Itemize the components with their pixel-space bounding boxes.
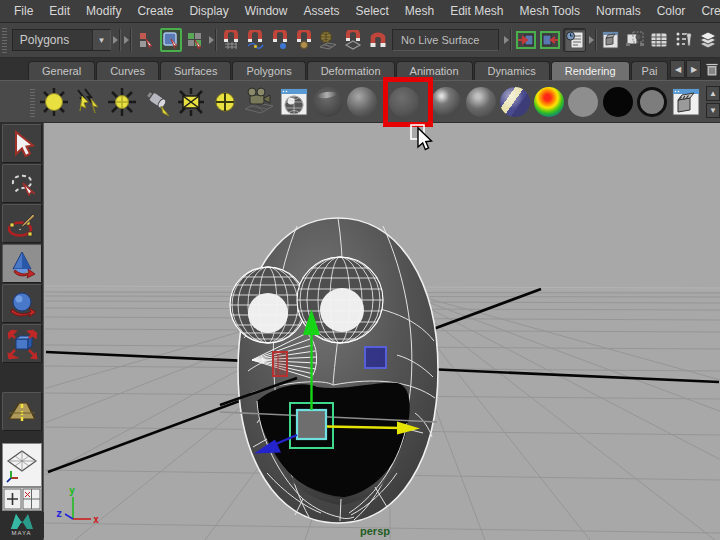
menu-normals[interactable]: Normals [588,4,649,18]
snap-to-projected-center-button[interactable] [293,28,315,52]
shelf-tab-paint[interactable]: Pai [631,61,669,80]
display-layers-button[interactable] [697,28,719,52]
status-separator[interactable] [503,27,513,53]
shelf-grip[interactable] [30,87,35,117]
left-eye[interactable] [230,267,306,343]
world-axis-indicator: y x z [56,485,99,525]
chevron-down-icon[interactable]: ▼ [92,30,110,50]
hypershade-window-icon [278,86,310,118]
anisotropic-material-button[interactable] [311,84,345,119]
surface-shader-button[interactable] [566,84,600,119]
menu-create-uvs[interactable]: Create UVs [693,4,720,18]
shelf-scroll-down-button[interactable]: ▼ [706,103,720,118]
magnet-curve-icon [245,30,265,50]
phong-material-button[interactable] [429,84,463,119]
four-view-layout-button[interactable] [2,487,42,511]
input-connections-button[interactable] [515,28,537,52]
rotate-tool-icon [7,289,37,319]
shelf-tab-general[interactable]: General [28,61,95,80]
output-connections-button[interactable] [539,28,561,52]
shelf-rendering: ▲ ▼ [0,80,720,123]
shelf-tab-polygons[interactable]: Polygons [232,61,305,80]
motion-path-road-icon [7,397,37,427]
select-by-object-button[interactable] [160,28,182,52]
menu-color[interactable]: Color [649,4,694,18]
menu-assets[interactable]: Assets [295,4,347,18]
ramp-shader-sphere-icon [534,87,564,117]
rotate-tool-button[interactable] [2,284,42,323]
snap-to-grid-button[interactable] [220,28,242,52]
spreadsheet-button[interactable] [648,28,670,52]
status-grip[interactable] [2,27,7,53]
menu-select[interactable]: Select [347,4,396,18]
shelf-tab-surfaces[interactable]: Surfaces [160,61,231,80]
blue-component-box[interactable] [365,347,386,368]
menu-create[interactable]: Create [129,4,181,18]
select-by-hierarchy-button[interactable] [135,28,157,52]
shelf-tab-deformation[interactable]: Deformation [307,61,395,80]
render-globals-button[interactable] [669,84,703,119]
current-tool-button[interactable] [2,392,42,431]
ipr-render-button[interactable] [624,28,646,52]
menu-mesh-tools[interactable]: Mesh Tools [512,4,588,18]
tab-scroll-left-button[interactable]: ◀ [670,60,685,78]
scale-tool-button[interactable] [2,324,42,363]
menu-set-selector[interactable]: Polygons ▼ [12,29,111,51]
shelf-tab-rendering[interactable]: Rendering [551,61,630,80]
live-surface-field[interactable]: No Live Surface [392,29,499,51]
snap-to-points-button[interactable] [269,28,291,52]
select-by-component-button[interactable] [184,28,206,52]
make-live-button[interactable] [317,28,339,52]
red-component-box[interactable] [273,352,287,376]
construction-history-toggle[interactable] [563,28,585,52]
shading-map-button[interactable] [635,84,669,119]
menu-window[interactable]: Window [237,4,296,18]
move-tool-button[interactable] [2,244,42,283]
phong-e-sphere-icon [466,87,496,117]
tab-label: Pai [642,65,658,77]
snap-to-view-planes-button[interactable] [341,28,363,52]
camera-icon [242,85,276,119]
arrow-into-box-icon [516,31,536,49]
status-separator[interactable] [588,27,598,53]
shelf-tab-dynamics[interactable]: Dynamics [474,61,550,80]
status-separator[interactable] [208,27,218,53]
render-view-button[interactable] [599,28,621,52]
camera-button[interactable] [242,84,276,119]
menu-mesh[interactable]: Mesh [397,4,442,18]
use-background-button[interactable] [600,84,634,119]
perspective-viewport[interactable]: y x z persp [45,123,720,540]
delete-shelf-button[interactable] [702,59,720,79]
layered-shader-button[interactable] [498,84,532,119]
shelf-scroll-up-button[interactable]: ▲ [706,86,720,101]
menu-file[interactable]: File [6,4,41,18]
menu-display[interactable]: Display [181,4,236,18]
hypershade-button[interactable] [276,84,310,119]
spot-light-button[interactable] [140,84,174,119]
lasso-tool-button[interactable] [2,164,42,203]
status-separator[interactable] [124,27,134,53]
menu-edit[interactable]: Edit [41,4,78,18]
ramp-shader-button[interactable] [532,84,566,119]
status-separator[interactable] [112,27,122,53]
menu-edit-mesh[interactable]: Edit Mesh [442,4,511,18]
area-light-button[interactable] [174,84,208,119]
paint-select-tool-button[interactable] [2,204,42,243]
phong-e-material-button[interactable] [464,84,498,119]
ambient-light-button[interactable] [37,84,71,119]
magnet-grid-icon [221,30,241,50]
snap-to-curves-button[interactable] [244,28,266,52]
directional-light-button[interactable] [71,84,105,119]
tab-label: Curves [110,65,145,77]
menu-modify[interactable]: Modify [78,4,129,18]
tab-scroll-right-button[interactable]: ▶ [686,60,701,78]
toolbox: MAYA [0,123,44,540]
blinn-material-button[interactable] [345,84,379,119]
render-settings-button[interactable] [672,28,694,52]
select-tool-button[interactable] [2,124,42,163]
shelf-tab-curves[interactable]: Curves [96,61,159,80]
volume-light-button[interactable] [208,84,242,119]
single-perspective-layout-button[interactable] [2,443,42,487]
snap-magnet-button[interactable] [366,28,388,52]
point-light-button[interactable] [105,84,139,119]
